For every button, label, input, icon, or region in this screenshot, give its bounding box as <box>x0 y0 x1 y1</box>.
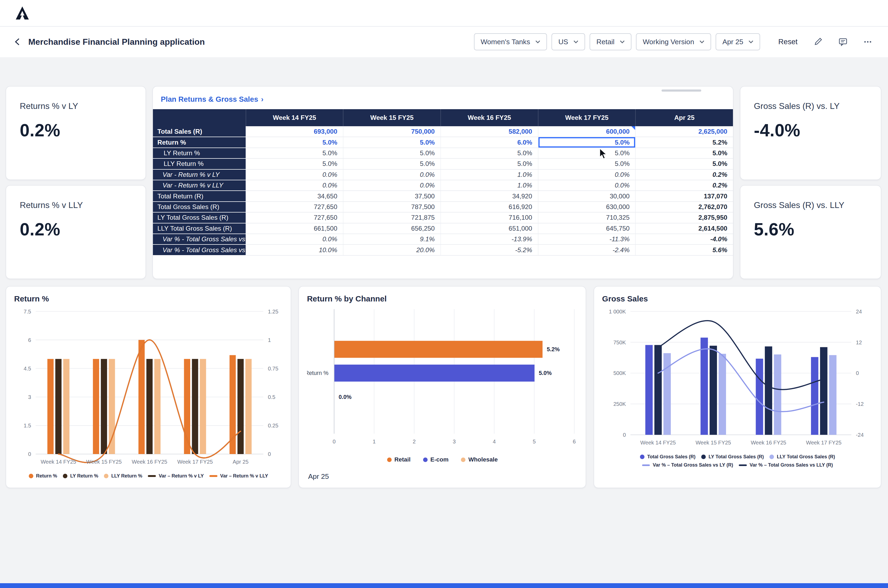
grid-cell[interactable]: 710,325 <box>538 212 636 223</box>
legend-item[interactable]: Retail <box>387 456 410 463</box>
legend-item[interactable]: E-com <box>423 456 449 463</box>
legend-item[interactable]: LLY Return % <box>104 473 142 479</box>
grid-cell[interactable]: 6.0% <box>441 137 538 147</box>
row-header[interactable]: LY Return % <box>153 148 246 159</box>
grid-cell[interactable]: 5.0% <box>636 159 733 169</box>
grid-cell[interactable]: 137,070 <box>636 190 733 201</box>
grid-cell[interactable]: -2.4% <box>538 244 636 255</box>
grid-cell[interactable]: 2,762,070 <box>636 202 733 212</box>
context-selector[interactable]: Retail <box>590 33 631 50</box>
grid-cell[interactable]: 600,000 <box>538 126 636 137</box>
grid-cell[interactable]: -5.2% <box>441 244 538 255</box>
row-header[interactable]: Var - Return % v LLY <box>153 180 246 190</box>
column-header[interactable]: Week 16 FY25 <box>441 109 538 126</box>
grid-cell[interactable]: 5.0% <box>343 159 441 169</box>
grid-cell[interactable]: 727,650 <box>246 202 343 212</box>
grid-cell[interactable]: 5.0% <box>246 137 343 147</box>
grid-cell[interactable]: 1.0% <box>441 170 538 180</box>
grid-cell[interactable]: 2,625,000 <box>636 126 733 137</box>
grid-cell[interactable]: 0.0% <box>538 170 636 180</box>
grid-cell[interactable]: 693,000 <box>246 126 343 137</box>
context-selector[interactable]: Working Version <box>636 33 711 50</box>
anaplan-logo[interactable] <box>15 5 30 21</box>
row-header[interactable]: LY Total Gross Sales (R) <box>153 212 246 223</box>
grid-scrollbar-thumb[interactable] <box>661 90 701 92</box>
row-header[interactable]: Total Return (R) <box>153 190 246 201</box>
grid-cell[interactable]: 661,500 <box>246 223 343 234</box>
grid-cell[interactable]: 30,000 <box>538 190 636 201</box>
grid-cell[interactable]: 9.1% <box>343 234 441 244</box>
grid-cell[interactable]: 645,750 <box>538 223 636 234</box>
grid-cell[interactable]: 0.2% <box>636 170 733 180</box>
grid-cell[interactable]: -13.9% <box>441 234 538 244</box>
legend-item[interactable]: Wholesale <box>461 456 498 463</box>
legend-item[interactable]: Total Gross Sales (R) <box>640 454 696 460</box>
grid-cell[interactable]: 5.0% <box>441 148 538 159</box>
legend-item[interactable]: LY Return % <box>63 473 98 479</box>
grid-cell[interactable]: 5.0% <box>538 148 636 159</box>
grid-cell[interactable]: 0.0% <box>343 170 441 180</box>
grid-cell[interactable]: 34,920 <box>441 190 538 201</box>
edit-button[interactable] <box>810 34 826 50</box>
grid-cell[interactable]: -4.0% <box>636 234 733 244</box>
legend-item[interactable]: Var – Return % v LY <box>148 473 204 479</box>
comments-button[interactable] <box>835 34 851 50</box>
grid-cell[interactable]: 1.0% <box>441 180 538 190</box>
grid-cell[interactable]: 5.0% <box>538 137 636 147</box>
grid-cell[interactable]: 727,650 <box>246 212 343 223</box>
grid-cell[interactable]: 0.0% <box>246 234 343 244</box>
legend-item[interactable]: LLY Total Gross Sales (R) <box>769 454 835 460</box>
row-header[interactable]: Return % <box>153 137 246 147</box>
grid-cell[interactable]: 5.0% <box>636 148 733 159</box>
legend-item[interactable]: LY Total Gross Sales (R) <box>701 454 764 460</box>
grid-cell[interactable]: -11.3% <box>538 234 636 244</box>
grid-cell[interactable]: 5.0% <box>538 159 636 169</box>
grid-cell[interactable]: 37,500 <box>343 190 441 201</box>
row-header[interactable]: Total Gross Sales (R) <box>153 202 246 212</box>
row-header[interactable]: Var - Return % v LY <box>153 170 246 180</box>
row-header[interactable]: Var % - Total Gross Sales vs LL... <box>153 244 246 255</box>
legend-item[interactable]: Var % – Total Gross Sales vs LY (R) <box>642 462 733 468</box>
row-header[interactable]: LLY Total Gross Sales (R) <box>153 223 246 234</box>
grid-cell[interactable]: 5.0% <box>343 148 441 159</box>
grid-cell[interactable]: 0.0% <box>246 180 343 190</box>
grid-cell[interactable]: 0.0% <box>246 170 343 180</box>
legend-item[interactable]: Var – Return % v LLY <box>209 473 268 479</box>
grid-cell[interactable]: 787,500 <box>343 202 441 212</box>
grid-cell[interactable]: 10.0% <box>246 244 343 255</box>
grid-cell[interactable]: 5.2% <box>636 137 733 147</box>
grid-cell[interactable]: 20.0% <box>343 244 441 255</box>
grid-cell[interactable]: 616,920 <box>441 202 538 212</box>
grid-cell[interactable]: 656,250 <box>343 223 441 234</box>
grid-cell[interactable]: 34,650 <box>246 190 343 201</box>
grid-cell[interactable]: 721,875 <box>343 212 441 223</box>
reset-button[interactable]: Reset <box>775 37 801 46</box>
grid-cell[interactable]: 5.0% <box>343 137 441 147</box>
grid-cell[interactable]: 651,000 <box>441 223 538 234</box>
context-selector[interactable]: US <box>551 33 585 50</box>
grid-cell[interactable]: 5.0% <box>441 159 538 169</box>
grid-title-link[interactable]: Plan Returns & Gross Sales › <box>161 95 263 104</box>
grid-cell[interactable]: 750,000 <box>343 126 441 137</box>
legend-item[interactable]: Var % – Total Gross Sales vs LLY (R) <box>739 462 833 468</box>
column-header[interactable]: Apr 25 <box>636 109 733 126</box>
grid-cell[interactable]: 5.0% <box>246 159 343 169</box>
column-header[interactable]: Week 17 FY25 <box>538 109 636 126</box>
context-selector[interactable]: Apr 25 <box>716 33 760 50</box>
row-header[interactable]: Total Sales (R) <box>153 126 246 137</box>
column-header[interactable]: Week 14 FY25 <box>246 109 343 126</box>
row-header[interactable]: LLY Return % <box>153 159 246 169</box>
grid-cell[interactable]: 5.6% <box>636 244 733 255</box>
more-button[interactable] <box>860 34 876 50</box>
grid-cell[interactable]: 582,000 <box>441 126 538 137</box>
grid-cell[interactable]: 5.0% <box>246 148 343 159</box>
grid-cell[interactable]: 0.2% <box>636 180 733 190</box>
context-selector[interactable]: Women's Tanks <box>474 33 547 50</box>
grid-cell[interactable]: 0.0% <box>538 180 636 190</box>
back-button[interactable] <box>10 34 25 49</box>
grid-cell[interactable]: 0.0% <box>343 180 441 190</box>
grid-cell[interactable]: 2,875,950 <box>636 212 733 223</box>
row-header[interactable]: Var % - Total Gross Sales vs LY... <box>153 234 246 244</box>
column-header[interactable]: Week 15 FY25 <box>343 109 441 126</box>
legend-item[interactable]: Return % <box>29 473 57 479</box>
